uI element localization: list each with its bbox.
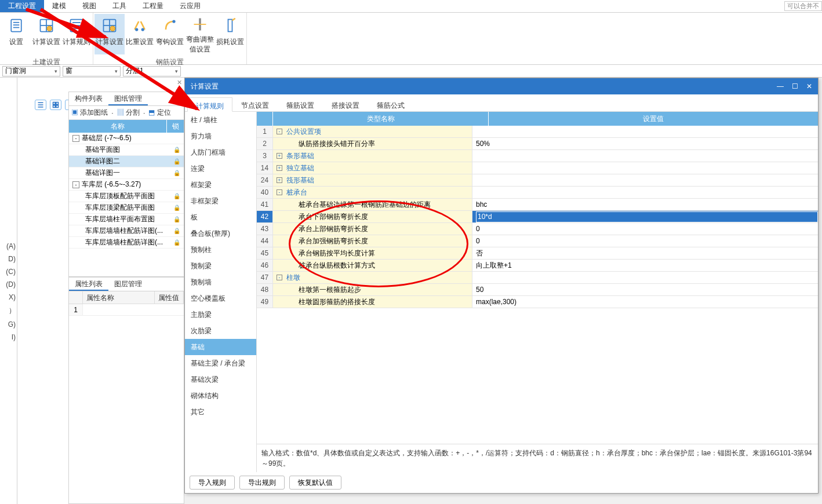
setting-row[interactable]: 42承台下部钢筋弯折长度 (257, 211, 818, 223)
tab-property-list[interactable]: 属性列表 (69, 277, 108, 291)
filter-subcategory[interactable]: 窗 (63, 66, 121, 76)
filter-category[interactable]: 门窗洞 (2, 66, 60, 76)
category-次肋梁[interactable]: 次肋梁 (185, 323, 256, 339)
setting-row[interactable]: 1- 公共设置项 (257, 126, 818, 138)
tree-leaf[interactable]: 车库层顶梁配筋平面图🔒 (69, 202, 184, 214)
drawing-tree: -基础层 (-7~-6.5)基础平面图🔒基础详图二🔒基础详图一🔒-车库层 (-6… (69, 133, 184, 249)
dialog-tab-计算规则[interactable]: 计算规则 (187, 97, 232, 112)
close-dialog-icon[interactable]: ✕ (806, 82, 812, 90)
setting-row[interactable]: 48柱墩第一根箍筋起步50 (257, 284, 818, 296)
property-row[interactable]: 1 (69, 304, 184, 316)
button-导入规则[interactable]: 导入规则 (190, 476, 235, 490)
tree-leaf[interactable]: 车库层顶板配筋平面图🔒 (69, 191, 184, 202)
setting-value-input[interactable] (476, 211, 818, 222)
setting-row[interactable]: 2纵筋搭接接头错开百分率50% (257, 138, 818, 150)
tree-group[interactable]: -车库层 (-6.5~-3.27) (69, 179, 184, 191)
setting-row[interactable]: 40- 桩承台 (257, 187, 818, 199)
axis-label: (A) (0, 240, 17, 253)
setting-row[interactable]: 46桩承台纵筋根数计算方式向上取整+1 (257, 260, 818, 272)
add-drawing-button[interactable]: 添加图纸 (71, 108, 108, 118)
ribbon-计算规则[interactable]: 计算规则 (61, 14, 92, 54)
category-基础次梁[interactable]: 基础次梁 (185, 371, 256, 388)
tree-leaf[interactable]: 车库层墙墙柱配筋详图(...🔒 (69, 237, 184, 249)
menu-工具[interactable]: 工具 (104, 0, 134, 12)
tree-leaf[interactable]: 车库层墙墙柱配筋详图(...🔒 (69, 225, 184, 237)
filter-strip: 门窗洞 窗 分层1 (0, 65, 822, 78)
ribbon-设置[interactable]: 设置 (1, 14, 31, 54)
计算规则-icon (67, 16, 86, 35)
ribbon-弯曲调整值设置[interactable]: 弯曲调整值设置 (185, 14, 215, 54)
setting-row[interactable]: 49柱墩圆形箍筋的搭接长度max(lae,300) (257, 296, 818, 308)
close-icon[interactable]: ✕ (177, 79, 182, 86)
menu-工程设置[interactable]: 工程设置 (0, 0, 44, 12)
category-砌体结构[interactable]: 砌体结构 (185, 388, 256, 404)
tree-leaf[interactable]: 车库层墙柱平面布置图🔒 (69, 214, 184, 225)
minimize-icon[interactable]: — (777, 82, 784, 90)
ribbon-损耗设置[interactable]: 损耗设置 (215, 14, 245, 54)
category-预制柱[interactable]: 预制柱 (185, 242, 256, 258)
tree-leaf[interactable]: 基础详图二🔒 (69, 156, 184, 167)
ribbon-计算设置[interactable]: 计算设置 (31, 14, 61, 54)
menu-云应用[interactable]: 云应用 (172, 0, 209, 12)
svg-rect-18 (53, 103, 56, 105)
ribbon-比重设置[interactable]: 比重设置 (125, 14, 155, 54)
category-空心楼盖板[interactable]: 空心楼盖板 (185, 290, 256, 306)
tab-component-list[interactable]: 构件列表 (69, 92, 108, 105)
menu-视图[interactable]: 视图 (74, 0, 104, 12)
axis-label: (D) (0, 278, 17, 291)
tab-layer-manager[interactable]: 图层管理 (108, 277, 148, 291)
property-panel: 属性列表 图层管理 属性名称 属性值 1 (68, 277, 184, 504)
grid-view-icon[interactable] (50, 100, 61, 110)
dialog-tab-搭接设置[interactable]: 搭接设置 (323, 97, 368, 111)
category-剪力墙[interactable]: 剪力墙 (185, 128, 256, 144)
setting-row[interactable]: 45承台钢筋按平均长度计算否 (257, 247, 818, 260)
category-叠合板(整厚)[interactable]: 叠合板(整厚) (185, 225, 256, 242)
filter-layer[interactable]: 分层1 (123, 66, 181, 76)
setting-row[interactable]: 47- 柱墩 (257, 272, 818, 284)
tree-leaf[interactable]: 基础详图一🔒 (69, 167, 184, 179)
category-基础[interactable]: 基础 (185, 339, 256, 355)
category-主肋梁[interactable]: 主肋梁 (185, 306, 256, 323)
tree-leaf[interactable]: 基础平面图🔒 (69, 144, 184, 156)
category-人防门框墙[interactable]: 人防门框墙 (185, 144, 256, 160)
计算设置-icon (37, 16, 56, 35)
axis-label: ） (0, 304, 17, 318)
locate-button[interactable]: ⬒ 定位 (148, 108, 170, 118)
ribbon-计算设置[interactable]: 计算设置 (94, 14, 125, 54)
category-基础主梁 / 承台梁[interactable]: 基础主梁 / 承台梁 (185, 355, 256, 371)
menu-工程量[interactable]: 工程量 (134, 0, 172, 12)
dialog-tab-箍筋设置[interactable]: 箍筋设置 (278, 97, 323, 111)
dialog-tabs: 计算规则节点设置箍筋设置搭接设置箍筋公式 (185, 94, 818, 112)
calc-settings-dialog: 计算设置 — ☐ ✕ 计算规则节点设置箍筋设置搭接设置箍筋公式 柱 / 墙柱剪力… (184, 78, 819, 494)
category-连梁[interactable]: 连梁 (185, 160, 256, 177)
category-其它[interactable]: 其它 (185, 404, 256, 420)
category-框架梁[interactable]: 框架梁 (185, 177, 256, 193)
setting-row[interactable]: 24+ 筏形基础 (257, 174, 818, 187)
category-柱 / 墙柱[interactable]: 柱 / 墙柱 (185, 112, 256, 128)
setting-row[interactable]: 43承台上部钢筋弯折长度0 (257, 223, 818, 235)
category-预制墙[interactable]: 预制墙 (185, 274, 256, 290)
dialog-tab-节点设置[interactable]: 节点设置 (232, 97, 278, 111)
button-导出规则[interactable]: 导出规则 (239, 476, 285, 490)
settings-grid: 1- 公共设置项2纵筋搭接接头错开百分率50%3+ 条形基础14+ 独立基础24… (257, 126, 818, 444)
setting-row[interactable]: 44承台加强钢筋弯折长度0 (257, 235, 818, 247)
list-view-icon[interactable] (35, 100, 46, 110)
split-button[interactable]: ▥ 分割 (117, 108, 140, 118)
tree-group[interactable]: -基础层 (-7~-6.5) (69, 133, 184, 144)
maximize-icon[interactable]: ☐ (792, 82, 798, 90)
button-恢复默认值[interactable]: 恢复默认值 (289, 476, 341, 490)
svg-rect-21 (56, 105, 59, 108)
ribbon-弯钩设置[interactable]: 弯钩设置 (155, 14, 185, 54)
axis-label: D) (0, 253, 17, 265)
setting-row[interactable]: 41桩承台基础边缘第一根钢筋距基础边的距离bhc (257, 199, 818, 211)
setting-row[interactable]: 3+ 条形基础 (257, 150, 818, 162)
category-板[interactable]: 板 (185, 209, 256, 225)
计算设置-icon (100, 16, 119, 35)
setting-row[interactable]: 14+ 独立基础 (257, 162, 818, 174)
category-预制梁[interactable]: 预制梁 (185, 258, 256, 274)
category-非框架梁[interactable]: 非框架梁 (185, 193, 256, 209)
tab-drawing-manager[interactable]: 图纸管理 (108, 92, 148, 105)
svg-rect-17 (228, 20, 232, 32)
dialog-tab-箍筋公式[interactable]: 箍筋公式 (368, 97, 413, 111)
menu-建模[interactable]: 建模 (44, 0, 74, 12)
